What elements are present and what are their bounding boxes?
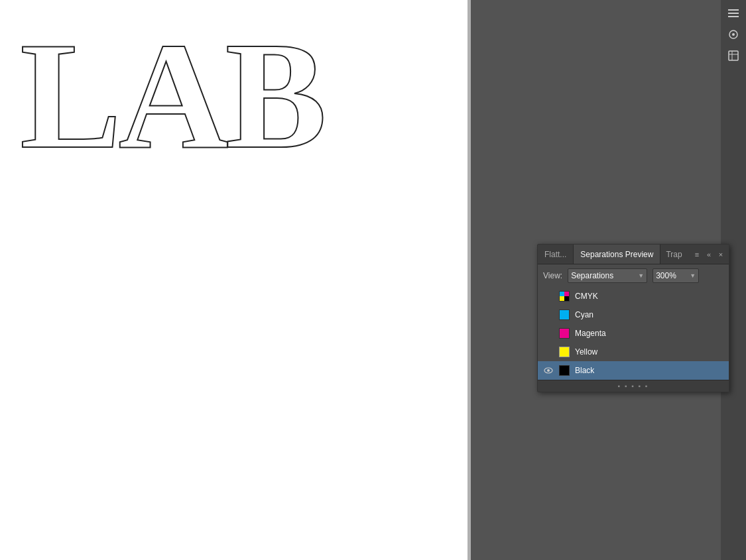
- svg-point-1: [547, 369, 550, 372]
- lab-text: LAB: [20, 20, 324, 172]
- label-cmyk: CMYK: [575, 292, 598, 301]
- label-black: Black: [575, 366, 594, 375]
- svg-rect-4: [728, 16, 739, 17]
- toolbar-icon-2[interactable]: [725, 27, 741, 42]
- toolbar-icon-1[interactable]: [725, 5, 741, 21]
- swatch-magenta: [559, 328, 570, 339]
- color-list: 👁 CMYK 👁 Cyan 👁 Magenta: [538, 287, 729, 380]
- swatch-black: [559, 365, 570, 376]
- swatch-yellow: [559, 347, 570, 357]
- right-panel: Flatt... Separations Preview Trap ≡ « ×: [471, 0, 746, 560]
- view-dropdown-arrow: ▼: [638, 272, 644, 279]
- panel-menu-icon[interactable]: ≡: [692, 249, 702, 260]
- panel-close-button[interactable]: ×: [715, 249, 726, 260]
- canvas-area: LAB: [0, 0, 471, 560]
- label-magenta: Magenta: [575, 329, 606, 338]
- list-item-black[interactable]: Black: [538, 361, 729, 380]
- svg-rect-3: [728, 13, 739, 14]
- svg-point-6: [732, 33, 735, 36]
- swatch-cyan: [559, 309, 570, 320]
- panel-collapse-button[interactable]: «: [704, 249, 714, 260]
- list-item-cmyk[interactable]: 👁 CMYK: [538, 287, 729, 306]
- panel-title-buttons: ≡ « ×: [692, 245, 729, 264]
- panel-controls: View: Separations ▼ 300% ▼: [538, 264, 729, 287]
- list-item-magenta[interactable]: 👁 Magenta: [538, 324, 729, 343]
- view-dropdown[interactable]: Separations ▼: [568, 268, 647, 283]
- label-cyan: Cyan: [575, 310, 593, 319]
- list-item-cyan[interactable]: 👁 Cyan: [538, 306, 729, 324]
- eye-icon-black[interactable]: [543, 365, 554, 376]
- toolbar-icon-3[interactable]: [725, 48, 741, 64]
- view-label: View:: [543, 271, 562, 280]
- svg-rect-7: [729, 51, 738, 60]
- panel-footer: ▪ ▪ ▪ ▪ ▪: [538, 380, 729, 392]
- zoom-dropdown[interactable]: 300% ▼: [653, 268, 699, 283]
- swatch-cmyk: [559, 291, 570, 302]
- tab-separations-preview[interactable]: Separations Preview: [574, 245, 660, 264]
- footer-dots: ▪ ▪ ▪ ▪ ▪: [618, 382, 649, 390]
- zoom-dropdown-arrow: ▼: [690, 272, 696, 279]
- separations-preview-panel: Flatt... Separations Preview Trap ≡ « ×: [537, 244, 729, 392]
- panel-titlebar: Flatt... Separations Preview Trap ≡ « ×: [538, 245, 729, 264]
- tab-flatten[interactable]: Flatt...: [538, 245, 574, 264]
- label-yellow: Yellow: [575, 347, 597, 357]
- list-item-yellow[interactable]: 👁 Yellow: [538, 343, 729, 361]
- tab-trap[interactable]: Trap: [660, 245, 687, 264]
- svg-rect-2: [728, 9, 739, 11]
